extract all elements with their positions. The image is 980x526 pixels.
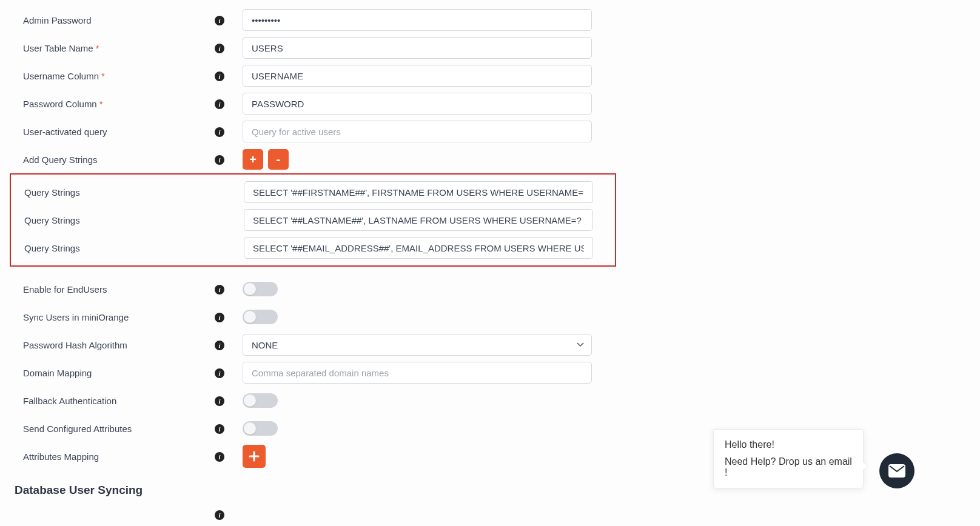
info-icon[interactable]: i	[215, 72, 224, 81]
info-icon[interactable]: i	[215, 452, 224, 462]
info-icon[interactable]: i	[215, 155, 224, 165]
hash-algorithm-select[interactable]: NONE	[243, 334, 592, 356]
password-column-label: Password Column*	[23, 99, 215, 109]
info-icon[interactable]: i	[215, 16, 224, 25]
user-table-input[interactable]	[243, 37, 592, 59]
enable-endusers-toggle[interactable]	[243, 282, 278, 296]
sync-users-toggle[interactable]	[243, 310, 278, 324]
chat-button[interactable]	[879, 453, 915, 488]
enable-endusers-label: Enable for EndUsers	[23, 284, 215, 295]
help-greeting: Hello there!	[725, 439, 852, 450]
user-table-label: User Table Name*	[23, 43, 215, 53]
info-icon[interactable]: i	[215, 341, 224, 350]
admin-password-label: Admin Password	[23, 15, 215, 25]
user-activated-query-label: User-activated query	[23, 127, 215, 137]
password-column-input[interactable]	[243, 93, 592, 115]
add-query-plus-button[interactable]: +	[243, 149, 263, 170]
query-string-input-1[interactable]	[244, 181, 593, 203]
query-string-label: Query Strings	[24, 243, 216, 253]
info-icon[interactable]: i	[215, 285, 224, 295]
query-strings-highlight: Query Strings i Query Strings i Query St…	[10, 173, 616, 267]
add-query-strings-label: Add Query Strings	[23, 155, 215, 165]
username-column-label: Username Column*	[23, 71, 215, 81]
fallback-auth-label: Fallback Authentication	[23, 396, 215, 406]
query-string-label: Query Strings	[24, 187, 216, 198]
help-tooltip: Hello there! Need Help? Drop us an email…	[713, 429, 864, 488]
info-icon[interactable]: i	[215, 510, 224, 520]
query-string-label: Query Strings	[24, 215, 216, 225]
fallback-auth-toggle[interactable]	[243, 393, 278, 408]
info-icon[interactable]: i	[215, 99, 224, 109]
hash-algorithm-label: Password Hash Algorithm	[23, 340, 215, 350]
domain-mapping-label: Domain Mapping	[23, 368, 215, 378]
info-icon[interactable]: i	[215, 127, 224, 137]
sync-users-label: Sync Users in miniOrange	[23, 312, 215, 322]
info-icon[interactable]: i	[215, 44, 224, 53]
info-icon[interactable]: i	[215, 313, 224, 322]
username-column-input[interactable]	[243, 65, 592, 87]
help-message: Need Help? Drop us an email !	[725, 456, 852, 478]
query-string-input-2[interactable]	[244, 209, 593, 231]
send-attrs-toggle[interactable]	[243, 421, 278, 436]
attrs-mapping-add-button[interactable]	[243, 445, 266, 468]
mail-icon	[888, 464, 905, 478]
add-query-minus-button[interactable]: -	[268, 149, 289, 170]
info-icon[interactable]: i	[215, 396, 224, 406]
user-activated-query-input[interactable]	[243, 121, 592, 142]
info-icon[interactable]: i	[215, 368, 224, 378]
query-string-input-3[interactable]	[244, 237, 593, 259]
admin-password-input[interactable]	[243, 9, 592, 31]
attrs-mapping-label: Attributes Mapping	[23, 451, 215, 462]
send-attrs-label: Send Configured Attributes	[23, 424, 215, 434]
domain-mapping-input[interactable]	[243, 362, 592, 384]
info-icon[interactable]: i	[215, 424, 224, 434]
